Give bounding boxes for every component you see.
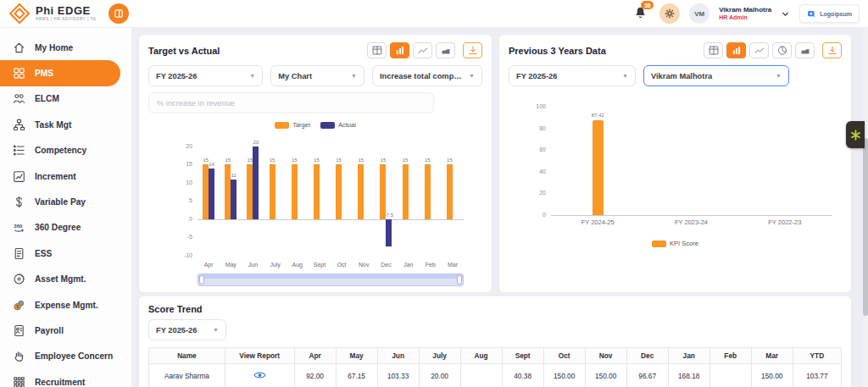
sidebar-item-elcm[interactable]: ELCM [0,86,131,112]
target-bar-july [270,164,275,218]
table-view-icon [371,45,383,56]
x-axis-label: Nov [353,262,375,268]
target-bar-feb [425,164,431,218]
chart-legend: KPI Score [509,240,842,247]
legend-item-actual: Actual [320,121,356,129]
column-header-feb: Feb [709,348,751,364]
legend-label: Target [292,121,310,129]
sidebar-item-label: Task Mgt [35,120,71,130]
kpi-select[interactable]: Increase total company reven...▼ [372,65,482,86]
target-bar-nov [358,164,364,218]
sidebar-item-label: Competency [35,146,86,155]
fy-select[interactable]: FY 2025-26▼ [148,319,226,340]
sidebar-item-360-degree[interactable]: 360360 Degree [0,215,131,240]
fy-select[interactable]: FY 2025-26▼ [148,65,263,86]
chart-range-slider[interactable] [198,274,464,286]
score-cell: 103.77 [793,364,841,387]
target-bar-oct [336,164,342,218]
score-cell: 20.00 [419,364,460,387]
sidebar-item-employee-concern[interactable]: Employee Concern [0,344,131,369]
page-scrollbar [863,28,868,387]
kpi-select-value: Increase total company reven... [380,72,464,80]
360-icon: 360 [13,221,25,234]
partner-logo-button[interactable]: Logoipsum [799,4,860,23]
sidebar-item-label: Employee Concern [35,351,113,361]
x-axis-label: Mar [442,262,464,268]
brand-name: Phi EDGE [36,5,97,16]
user-avatar[interactable]: VM [689,3,709,24]
bar-value-label: 15 [284,158,304,163]
sidebar-item-expense-mgmt[interactable]: $Expense Mgmt. [0,292,131,318]
sidebar-item-competency[interactable]: Competency [0,138,131,163]
pie-chart-button[interactable] [772,42,792,58]
notifications-button[interactable]: 58 [633,5,650,22]
legend-swatch [275,122,289,129]
column-header-may: May [336,348,377,364]
legend-swatch [652,240,666,247]
sidebar-toggle-button[interactable] [108,3,129,24]
revenue-increase-input[interactable] [148,92,434,113]
asterisk-icon [850,130,861,141]
employee-name-link[interactable]: Aarav Sharma [149,364,225,387]
score-cell: 40.38 [502,364,543,387]
legend-item-target: Target [275,121,310,129]
user-menu[interactable]: Vikram Malhotra HR Admin [719,6,771,21]
x-axis-label: Jun [242,262,264,268]
sidebar-item-label: Recruitment [35,378,85,387]
area-chart-button[interactable] [436,42,455,58]
user-name: Vikram Malhotra [719,6,771,14]
sidebar-item-task-mgt[interactable]: Task Mgt [0,112,131,137]
chart-type-toolbar [367,42,482,58]
column-header-name: Name [149,348,225,364]
score-cell: 103.33 [377,364,419,387]
bar-value-label: 15 [395,158,415,163]
phiedge-logo-icon [8,3,31,25]
increment-icon [13,170,25,183]
sidebar-item-label: My Home [35,43,73,53]
accessibility-widget-button[interactable] [846,121,865,148]
download-button[interactable] [822,42,842,58]
sidebar-item-pms[interactable]: PMS [0,60,120,86]
sidebar-item-ess[interactable]: ESS [0,240,131,266]
score-cell: 150.00 [751,364,793,387]
line-chart-icon [417,45,429,56]
bar-chart-button[interactable] [390,42,409,58]
bar-value-label: 20 [246,140,266,145]
line-chart-button[interactable] [749,42,769,58]
slider-handle-left[interactable] [199,275,204,285]
sidebar-item-asset-mgmt[interactable]: Asset Mgmt. [0,267,131,292]
slider-handle-right[interactable] [457,275,462,285]
sidebar-item-payroll[interactable]: Payroll [0,318,131,343]
home-icon [13,41,25,54]
brand-tagline: HRMS | HR ADVISORY | TA [36,18,97,22]
sidebar-item-my-home[interactable]: My Home [0,35,131,60]
employee-select[interactable]: Vikram Malhotra▼ [643,65,789,86]
legend-label: KPI Score [670,240,698,247]
fy-select[interactable]: FY 2025-26▼ [509,65,636,86]
view-report-button[interactable] [225,364,294,387]
bar-chart-button[interactable] [726,42,746,58]
score-cell: 67.15 [336,364,377,387]
line-chart-button[interactable] [413,42,432,58]
fy-select-value: FY 2025-26 [156,326,197,334]
table-view-button[interactable] [367,42,387,58]
x-axis-label: Aug [287,262,309,268]
legend-item-kpi-score: KPI Score [652,240,698,247]
actual-bar-apr [209,169,214,219]
x-axis-label: Dec [375,262,397,268]
download-button[interactable] [463,42,482,58]
actual-bar-jun [253,147,259,219]
y-axis-tick: 15 [167,161,192,167]
bar-chart-icon [731,45,743,56]
table-view-button[interactable] [704,42,723,58]
kpi-bar-fy-2024-25 [593,120,604,215]
area-chart-button[interactable] [795,42,815,58]
sidebar-item-increment[interactable]: Increment [0,163,131,189]
scrollbar-thumb[interactable] [863,138,868,316]
chart-select[interactable]: My Chart▼ [270,65,364,86]
column-header-apr: Apr [294,348,336,364]
user-menu-chevron[interactable] [781,9,790,19]
sidebar-item-recruitment[interactable]: Recruitment [0,369,131,387]
sidebar-item-variable-pay[interactable]: Variable Pay [0,189,131,214]
settings-button[interactable] [659,3,680,24]
